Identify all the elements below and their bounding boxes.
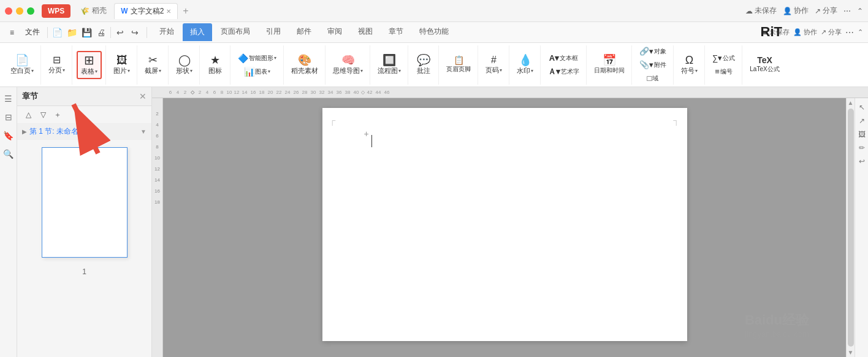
right-panel-cursor-icon[interactable]: ↖ <box>859 103 865 112</box>
maximize-button[interactable] <box>27 7 34 15</box>
table-button[interactable]: ⊞ 表格▾ <box>77 51 102 79</box>
page-num-button[interactable]: # 页码▾ <box>482 53 505 77</box>
menu-hamburger[interactable]: ≡ <box>5 26 19 39</box>
symbol-button[interactable]: Ω 符号▾ <box>678 53 701 77</box>
document-canvas[interactable]: ┌ ┐ + Baidu经验 jingyan.baidu.com <box>163 98 846 357</box>
right-panel-select-icon[interactable]: ↗ <box>859 117 865 125</box>
tab-mail[interactable]: 邮件 <box>289 23 319 42</box>
collaborate-btn2[interactable]: 👤 协作 <box>793 28 817 37</box>
daohao-icon: 🌾 <box>80 7 89 15</box>
bookmark-icon[interactable]: 🔖 <box>2 129 15 142</box>
wps-logo: WPS <box>42 4 70 18</box>
minimize-button[interactable] <box>16 7 23 15</box>
tab-references[interactable]: 引用 <box>259 23 288 42</box>
tab-special[interactable]: 特色功能 <box>412 23 456 42</box>
nav-add-button[interactable]: ＋ <box>51 109 64 121</box>
collapse-btn[interactable]: ⌃ <box>857 7 863 15</box>
image-button[interactable]: 🖼 图片▾ <box>110 53 133 77</box>
smart-shape-label: 智能图形▾ <box>249 54 276 63</box>
section-button[interactable]: ⊟ 分页▾ <box>45 53 68 77</box>
title-bar-right: ☁ 未保存 👤 协作 ↗ 分享 ⋯ ⌃ RiT <box>745 6 863 16</box>
tab-close-button[interactable]: ✕ <box>166 8 171 15</box>
latex-button[interactable]: TeX LaTeX公式 <box>747 54 782 75</box>
comment-button[interactable]: 💬 批注 <box>413 53 435 77</box>
group-datetime: 📅 日期和时间 <box>587 45 632 85</box>
toolbar-new[interactable]: 📄 <box>50 26 64 39</box>
toolbar-redo[interactable]: ↪ <box>128 26 142 39</box>
art-text-button[interactable]: Ａ▾ 艺术字 <box>545 66 582 78</box>
group-smart: 🔷 智能图形▾ 📊 图表▾ <box>231 45 284 85</box>
object-button[interactable]: 🔗▾ 对象 <box>636 45 669 58</box>
tab-review[interactable]: 审阅 <box>320 23 349 42</box>
datetime-button[interactable]: 📅 日期和时间 <box>591 53 628 77</box>
datetime-label: 日期和时间 <box>594 66 625 75</box>
blank-page-icon: 📄 <box>15 55 29 66</box>
tab-chapter[interactable]: 章节 <box>381 23 411 42</box>
scroll-thumb[interactable] <box>848 109 854 347</box>
icon-button[interactable]: ★ 图标 <box>204 53 226 77</box>
document-page[interactable]: ┌ ┐ + <box>322 108 687 341</box>
formula-button[interactable]: ∑▾ 公式 <box>709 52 738 64</box>
tab-start[interactable]: 开始 <box>152 23 181 42</box>
collaborate-btn[interactable]: 👤 协作 <box>783 6 809 16</box>
watermark-line1: Baidu经验 <box>745 311 809 329</box>
right-panel-undo-icon[interactable]: ↩ <box>859 157 865 166</box>
toolbar-undo[interactable]: ↩ <box>113 26 127 39</box>
flowchart-button[interactable]: 🔲 流程图▾ <box>375 53 404 77</box>
share-btn[interactable]: ↗ 分享 <box>815 6 837 16</box>
group-screenshot: ✂ 截屏▾ <box>138 45 169 85</box>
toolbar-open[interactable]: 📁 <box>65 26 78 39</box>
scroll-down-button[interactable]: ▼ <box>847 348 855 357</box>
collapse-btn2[interactable]: ⌃ <box>858 28 863 36</box>
search-icon[interactable]: 🔍 <box>2 147 15 161</box>
textbox-button[interactable]: A▾ 文本框 <box>546 52 581 64</box>
watermark-button[interactable]: 💧 水印▾ <box>514 53 536 77</box>
sidebar-nav: △ ▽ ＋ <box>17 106 151 124</box>
thumbnail-icon[interactable]: ⊟ <box>2 110 15 124</box>
smart-shape-button[interactable]: 🔷 智能图形▾ <box>235 52 280 64</box>
more-btn2[interactable]: ⋯ <box>845 28 854 37</box>
shape-icon: ◯ <box>178 55 191 66</box>
sidebar-chapter-dropdown[interactable]: ▼ <box>140 128 147 135</box>
daohao-button[interactable]: 🎨 稻壳素材 <box>288 53 321 77</box>
menu-file[interactable]: 文件 <box>20 25 45 40</box>
add-tab-button[interactable]: + <box>179 6 192 17</box>
right-panel-edit-icon[interactable]: ✏ <box>859 144 865 152</box>
toolbar-save[interactable]: 💾 <box>80 26 93 39</box>
sidebar-page-thumbnail[interactable] <box>42 147 128 258</box>
icon-icon: ★ <box>210 55 220 66</box>
blank-page-button[interactable]: 📄 空白页▾ <box>7 53 37 77</box>
more-options-btn[interactable]: ⋯ <box>843 7 851 15</box>
group-image: 🖼 图片▾ <box>107 45 137 85</box>
domain-button[interactable]: □ 域 <box>644 72 662 85</box>
tab-insert[interactable]: 插入 <box>183 23 212 41</box>
close-button[interactable] <box>5 7 12 15</box>
nav-icon[interactable]: ☰ <box>2 92 15 106</box>
toolbar-print[interactable]: 🖨 <box>94 26 108 39</box>
tab-daohao[interactable]: 🌾 稻壳 <box>74 3 113 18</box>
unsaved-status[interactable]: ☁ 未保存 <box>745 6 777 16</box>
tab-doc2-label: 文字文稿2 <box>131 6 164 17</box>
attach-button[interactable]: 📎▾ 附件 <box>636 59 669 71</box>
vertical-scrollbar[interactable]: ▲ ▼ <box>846 98 855 357</box>
nav-down-button[interactable]: ▽ <box>37 109 49 121</box>
chart-button[interactable]: 📊 图表▾ <box>241 66 273 78</box>
v-mark: 16 <box>152 185 162 196</box>
screenshot-button[interactable]: ✂ 截屏▾ <box>142 53 164 77</box>
sidebar-chapter[interactable]: ▶ 第 1 节: 未命名 ▼ <box>17 124 151 140</box>
encoding-icon: ≡ <box>715 67 720 75</box>
shape-button[interactable]: ◯ 形状▾ <box>173 53 196 77</box>
tab-bar: WPS 🌾 稻壳 W 文字文稿2 ✕ + <box>42 3 745 19</box>
nav-up-button[interactable]: △ <box>22 109 34 121</box>
share-btn2[interactable]: ↗ 分享 <box>821 28 842 37</box>
encoding-button[interactable]: ≡ 编号 <box>712 66 736 78</box>
tab-view[interactable]: 视图 <box>351 23 380 42</box>
tab-page-layout[interactable]: 页面布局 <box>213 23 257 42</box>
header-footer-button[interactable]: 📋 页眉页脚 <box>443 54 474 75</box>
scroll-up-button[interactable]: ▲ <box>847 98 855 107</box>
tab-doc2[interactable]: W 文字文稿2 ✕ <box>114 3 178 19</box>
sidebar-close-button[interactable]: ✕ <box>139 91 147 101</box>
right-panel-image-icon[interactable]: 🖼 <box>858 130 866 139</box>
left-icon-strip: ☰ ⊟ 🔖 🔍 <box>0 87 17 357</box>
mindmap-button[interactable]: 🧠 思维导图▾ <box>330 53 366 77</box>
